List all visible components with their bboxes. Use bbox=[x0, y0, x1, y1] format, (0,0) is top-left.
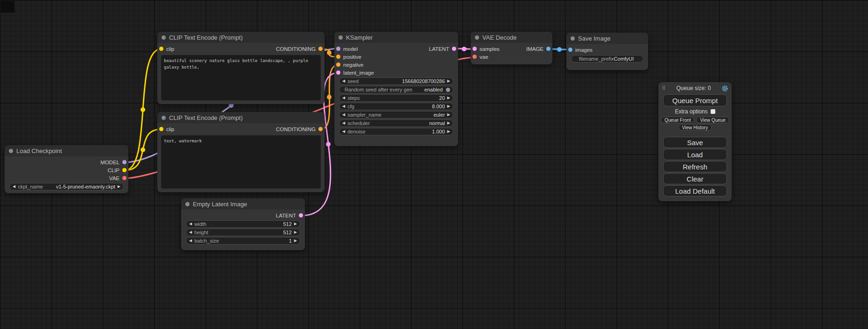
collapse-dot-icon[interactable] bbox=[185, 202, 190, 206]
increment-arrow-icon[interactable]: ▶ bbox=[447, 113, 450, 117]
node-title-bar[interactable]: Empty Latent Image bbox=[181, 198, 305, 210]
increment-arrow-icon[interactable]: ▶ bbox=[447, 121, 450, 125]
collapse-dot-icon[interactable] bbox=[339, 35, 343, 40]
widget-name: steps bbox=[347, 95, 360, 101]
widget-filename-prefix[interactable]: filename_prefix ComfyUI bbox=[571, 55, 643, 63]
clear-button[interactable]: Clear bbox=[663, 173, 727, 184]
output-slot-model[interactable] bbox=[122, 160, 127, 164]
increment-arrow-icon[interactable]: ▶ bbox=[294, 231, 297, 234]
collapse-dot-icon[interactable] bbox=[162, 35, 166, 40]
refresh-button[interactable]: Refresh bbox=[663, 161, 727, 172]
collapse-dot-icon[interactable] bbox=[571, 36, 575, 41]
decrement-arrow-icon[interactable]: ◀ bbox=[342, 79, 345, 83]
widget-ckpt-name[interactable]: ◀ ckpt_name v1-5-pruned-emaonly.ckpt ▶ bbox=[9, 183, 124, 190]
queue-front-button[interactable]: Queue Front bbox=[661, 117, 694, 123]
wire-midpoint-latent-image bbox=[326, 142, 331, 147]
input-slot-samples[interactable] bbox=[473, 47, 477, 51]
prompt-textarea[interactable]: beautiful scenery nature glass bottle la… bbox=[161, 55, 321, 100]
drag-handle-icon[interactable]: ⠿ bbox=[662, 85, 666, 91]
node-load-checkpoint[interactable]: Load Checkpoint MODEL CLIP VAE bbox=[5, 145, 128, 193]
decrement-arrow-icon[interactable]: ◀ bbox=[342, 96, 345, 100]
widget-value: 1.000 bbox=[432, 129, 445, 134]
decrement-arrow-icon[interactable]: ◀ bbox=[189, 222, 192, 226]
queue-prompt-button[interactable]: Queue Prompt bbox=[663, 94, 727, 106]
input-slot-latent-image[interactable] bbox=[336, 70, 340, 75]
input-slot-negative[interactable] bbox=[336, 63, 340, 67]
widget-name: cfg bbox=[347, 104, 354, 109]
decrement-arrow-icon[interactable]: ◀ bbox=[189, 231, 192, 234]
widget-steps[interactable]: ◀ steps 20 ▶ bbox=[339, 94, 453, 102]
wire-midpoint-latent-samples bbox=[462, 47, 466, 51]
decrement-arrow-icon[interactable]: ◀ bbox=[342, 130, 345, 133]
widget-value: 8.000 bbox=[432, 104, 445, 109]
node-clip-text-encode-negative[interactable]: CLIP Text Encode (Prompt) clip CONDITION… bbox=[157, 112, 325, 192]
toggle-on-indicator[interactable] bbox=[446, 88, 450, 92]
decrement-arrow-icon[interactable]: ◀ bbox=[189, 239, 192, 243]
widget-denoise[interactable]: ◀ denoise 1.000 ▶ bbox=[339, 128, 453, 135]
view-history-button[interactable]: View History bbox=[678, 124, 712, 131]
decrement-arrow-icon[interactable]: ◀ bbox=[342, 121, 345, 125]
input-slot-model[interactable] bbox=[336, 47, 340, 51]
output-slot-latent[interactable] bbox=[299, 213, 303, 217]
output-slot-latent[interactable] bbox=[452, 47, 456, 51]
output-slot-conditioning[interactable] bbox=[318, 127, 323, 131]
extra-options-checkbox[interactable] bbox=[711, 109, 715, 114]
widget-name: denoise bbox=[347, 129, 366, 134]
collapse-dot-icon[interactable] bbox=[162, 116, 166, 120]
output-label-latent: LATENT bbox=[429, 46, 449, 52]
increment-arrow-icon[interactable]: ▶ bbox=[447, 105, 450, 108]
collapse-dot-icon[interactable] bbox=[475, 35, 479, 40]
node-title-bar[interactable]: Load Checkpoint bbox=[5, 145, 128, 156]
widget-width[interactable]: ◀ width 512 ▶ bbox=[186, 220, 300, 228]
widget-sampler-name[interactable]: ◀ sampler_name euler ▶ bbox=[339, 111, 453, 119]
output-label-conditioning: CONDITIONING bbox=[276, 126, 316, 132]
widget-name: Random seed after every gen bbox=[345, 87, 412, 92]
increment-arrow-icon[interactable]: ▶ bbox=[447, 96, 450, 100]
node-vae-decode[interactable]: VAE Decode samples IMAGE vae bbox=[471, 32, 552, 64]
output-slot-conditioning[interactable] bbox=[318, 47, 323, 51]
node-empty-latent-image[interactable]: Empty Latent Image LATENT ◀ width 512 ▶ … bbox=[181, 198, 305, 250]
increment-arrow-icon[interactable]: ▶ bbox=[118, 185, 120, 189]
node-canvas[interactable]: Load Checkpoint MODEL CLIP VAE bbox=[0, 0, 868, 329]
widget-seed[interactable]: ◀ seed 156680208700286 ▶ bbox=[339, 77, 453, 85]
view-queue-button[interactable]: View Queue bbox=[696, 117, 729, 123]
queue-panel: ⠿ Queue size: 0 Queue Prompt Extra optio… bbox=[658, 82, 732, 201]
decrement-arrow-icon[interactable]: ◀ bbox=[13, 185, 15, 189]
widget-random-seed-toggle[interactable]: Random seed after every gen enabled bbox=[339, 86, 453, 93]
node-ksampler[interactable]: KSampler model LATENT positive bbox=[334, 32, 458, 146]
node-clip-text-encode-positive[interactable]: CLIP Text Encode (Prompt) clip CONDITION… bbox=[157, 32, 325, 104]
output-slot-clip[interactable] bbox=[122, 168, 127, 172]
decrement-arrow-icon[interactable]: ◀ bbox=[342, 105, 345, 108]
node-save-image[interactable]: Save Image images filename_prefix ComfyU… bbox=[566, 33, 648, 70]
node-title-bar[interactable]: Save Image bbox=[566, 33, 648, 44]
node-title: Empty Latent Image bbox=[193, 201, 247, 208]
increment-arrow-icon[interactable]: ▶ bbox=[447, 79, 450, 83]
prompt-textarea[interactable]: text, watermark bbox=[161, 135, 321, 189]
output-slot-vae[interactable] bbox=[122, 176, 127, 180]
load-button[interactable]: Load bbox=[663, 149, 727, 160]
widget-scheduler[interactable]: ◀ scheduler normal ▶ bbox=[339, 119, 453, 127]
decrement-arrow-icon[interactable]: ◀ bbox=[342, 113, 345, 117]
output-slot-image[interactable] bbox=[546, 47, 550, 51]
node-title-bar[interactable]: CLIP Text Encode (Prompt) bbox=[157, 32, 325, 43]
input-slot-vae[interactable] bbox=[473, 55, 477, 59]
save-button[interactable]: Save bbox=[663, 137, 727, 148]
node-title-bar[interactable]: KSampler bbox=[334, 32, 458, 43]
widget-cfg[interactable]: ◀ cfg 8.000 ▶ bbox=[339, 103, 453, 110]
input-slot-clip[interactable] bbox=[159, 47, 163, 51]
settings-gear-icon[interactable] bbox=[721, 85, 728, 92]
widget-height[interactable]: ◀ height 512 ▶ bbox=[186, 229, 300, 236]
output-label-conditioning: CONDITIONING bbox=[276, 46, 316, 52]
node-title-bar[interactable]: CLIP Text Encode (Prompt) bbox=[157, 112, 325, 123]
increment-arrow-icon[interactable]: ▶ bbox=[294, 239, 297, 243]
load-default-button[interactable]: Load Default bbox=[663, 185, 727, 196]
input-slot-positive[interactable] bbox=[336, 55, 340, 59]
input-slot-clip[interactable] bbox=[159, 127, 163, 131]
input-slot-images[interactable] bbox=[568, 48, 572, 52]
increment-arrow-icon[interactable]: ▶ bbox=[294, 222, 297, 226]
collapse-dot-icon[interactable] bbox=[9, 149, 13, 153]
increment-arrow-icon[interactable]: ▶ bbox=[447, 130, 450, 133]
input-label-images: images bbox=[575, 47, 593, 53]
widget-batch-size[interactable]: ◀ batch_size 1 ▶ bbox=[186, 237, 300, 245]
node-title-bar[interactable]: VAE Decode bbox=[471, 32, 552, 43]
